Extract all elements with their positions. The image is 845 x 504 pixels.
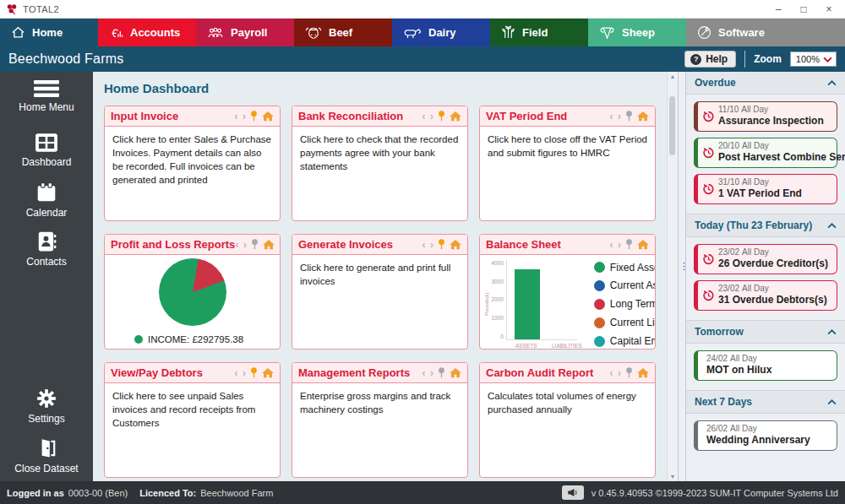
close-icon[interactable]: × xyxy=(816,1,842,18)
sidebar-item-dashboard[interactable]: Dashboard xyxy=(22,133,72,168)
card-bank-reconciliation[interactable]: Bank Reconciliation ‹› Click here to che… xyxy=(292,106,468,221)
chevron-left-icon[interactable]: ‹ xyxy=(234,367,237,378)
event-item[interactable]: 31/10All Day 1 VAT Period End xyxy=(694,174,837,204)
logged-in-label: Logged in as xyxy=(7,488,64,498)
chevron-right-icon[interactable]: › xyxy=(618,367,621,378)
licenced-label: Licenced To: xyxy=(139,488,196,498)
next-7-days-items: 26/02All Day Wedding Anniversary xyxy=(686,414,845,460)
maximize-icon[interactable]: □ xyxy=(791,1,816,18)
scrollbar-track[interactable] xyxy=(668,79,678,474)
event-item[interactable]: 11/10All Day Assurance Inspection xyxy=(694,101,837,132)
sidebar-item-calendar[interactable]: Calendar xyxy=(26,182,68,219)
home-shortcut-icon[interactable] xyxy=(637,111,649,122)
announcements-button[interactable] xyxy=(562,485,584,500)
main-scrollbar[interactable]: ▲ ▼ xyxy=(667,72,678,481)
tab-beef[interactable]: Beef xyxy=(294,19,392,46)
section-header-overdue[interactable]: Overdue xyxy=(686,72,845,95)
chevron-left-icon[interactable]: ‹ xyxy=(422,111,425,122)
sidebar-item-contacts[interactable]: Contacts xyxy=(26,230,66,268)
event-item[interactable]: 26/02All Day Wedding Anniversary xyxy=(694,420,837,451)
section-title: Overdue xyxy=(695,77,827,89)
card-generate-invoices[interactable]: Generate Invoices ‹› Click here to gener… xyxy=(292,234,468,350)
chevron-left-icon[interactable]: ‹ xyxy=(235,239,238,250)
card-body-text: Click here to see unpaid Sales invoices … xyxy=(105,383,280,477)
section-header-tomorrow[interactable]: Tomorrow xyxy=(686,320,845,344)
tab-accounts[interactable]: Accounts xyxy=(98,19,196,46)
tab-payroll[interactable]: Payroll xyxy=(196,19,294,46)
chevron-right-icon[interactable]: › xyxy=(430,367,433,378)
pin-icon[interactable] xyxy=(625,367,633,378)
minimize-icon[interactable]: – xyxy=(766,1,791,18)
section-title: Today (Thu 23 February) xyxy=(695,219,827,231)
zoom-select[interactable]: 100% xyxy=(790,51,837,67)
home-shortcut-icon[interactable] xyxy=(637,240,649,250)
section-title: Tomorrow xyxy=(695,326,827,338)
farm-name: Beechwood Farms xyxy=(8,51,123,67)
pin-icon[interactable] xyxy=(438,111,445,122)
chevron-left-icon[interactable]: ‹ xyxy=(609,111,613,122)
pin-icon[interactable] xyxy=(250,367,258,378)
home-shortcut-icon[interactable] xyxy=(450,368,461,378)
chevron-right-icon[interactable]: › xyxy=(430,239,433,250)
tab-field[interactable]: Field xyxy=(490,19,588,46)
sidebar-item-settings[interactable]: Settings xyxy=(28,387,64,425)
pin-icon[interactable] xyxy=(625,111,633,122)
legend-label: Capital Employed xyxy=(610,334,656,349)
home-shortcut-icon[interactable] xyxy=(450,240,461,250)
event-item[interactable]: 23/02All Day 26 Overdue Creditor(s) xyxy=(694,244,837,274)
scroll-up-icon[interactable]: ▲ xyxy=(670,73,676,79)
section-header-today[interactable]: Today (Thu 23 February) xyxy=(686,214,845,237)
card-vat-period-end[interactable]: VAT Period End ‹› Click here to close of… xyxy=(479,106,656,221)
section-header-next-7-days[interactable]: Next 7 Days xyxy=(686,390,845,414)
pin-icon[interactable] xyxy=(251,239,259,250)
tab-sheep[interactable]: Sheep xyxy=(588,19,686,46)
scroll-down-icon[interactable]: ▼ xyxy=(670,474,676,480)
home-shortcut-icon[interactable] xyxy=(637,368,649,378)
home-shortcut-icon[interactable] xyxy=(262,111,274,122)
tab-home[interactable]: Home xyxy=(0,19,98,46)
card-title: Management Reports xyxy=(298,366,422,379)
tab-dairy[interactable]: Dairy xyxy=(392,19,490,46)
sidebar-item-home-menu[interactable]: Home Menu xyxy=(19,79,74,113)
home-shortcut-icon[interactable] xyxy=(263,240,275,250)
chevron-right-icon[interactable]: › xyxy=(618,111,621,122)
scrollbar-thumb[interactable] xyxy=(669,96,675,155)
pin-icon[interactable] xyxy=(625,239,633,250)
licenced-value: Beechwood Farm xyxy=(200,488,273,498)
pin-icon[interactable] xyxy=(438,239,445,250)
chevron-left-icon[interactable]: ‹ xyxy=(422,367,425,378)
sidebar-item-close-dataset[interactable]: Close Dataset xyxy=(14,437,78,474)
event-item[interactable]: 20/10All Day Post Harvest Combine Servic… xyxy=(694,138,837,168)
chevron-up-icon[interactable] xyxy=(827,80,837,86)
event-item[interactable]: 23/02All Day 31 Overdue Debtors(s) xyxy=(694,280,837,311)
chevron-right-icon[interactable]: › xyxy=(618,239,621,250)
card-view-pay-debtors[interactable]: View/Pay Debtors ‹› Click here to see un… xyxy=(104,362,281,478)
chevron-right-icon[interactable]: › xyxy=(430,111,433,122)
legend-dot xyxy=(594,262,605,273)
card-carbon-audit[interactable]: Carbon Audit Report ‹› Calculates total … xyxy=(479,362,656,478)
chevron-left-icon[interactable]: ‹ xyxy=(422,239,425,250)
card-input-invoice[interactable]: Input Invoice ‹› Click here to enter Sal… xyxy=(104,106,281,221)
card-profit-loss[interactable]: Profit and Loss Reports ‹› INCOME: £2927… xyxy=(104,234,281,350)
chevron-right-icon[interactable]: › xyxy=(243,367,246,378)
home-shortcut-icon[interactable] xyxy=(450,111,461,122)
event-date: 20/10All Day xyxy=(718,141,831,150)
chevron-left-icon[interactable]: ‹ xyxy=(234,111,237,122)
chevron-up-icon[interactable] xyxy=(827,329,837,335)
event-item[interactable]: 24/02All Day MOT on Hilux xyxy=(694,350,837,381)
home-shortcut-icon[interactable] xyxy=(262,368,274,378)
card-management-reports[interactable]: Management Reports ‹› Enterprise gross m… xyxy=(292,362,468,478)
chevron-left-icon[interactable]: ‹ xyxy=(609,239,613,250)
help-button[interactable]: ? Help xyxy=(684,51,736,68)
chevron-left-icon[interactable]: ‹ xyxy=(609,367,613,378)
card-header: Generate Invoices ‹› xyxy=(292,235,467,255)
sidebar-drag-handle-icon[interactable]: ⋮ xyxy=(679,264,684,268)
card-balance-sheet[interactable]: Balance Sheet ‹› Pounds(£) 4000 3000 200… xyxy=(479,234,656,350)
pin-icon[interactable] xyxy=(438,367,445,378)
pin-icon[interactable] xyxy=(250,111,258,122)
chevron-up-icon[interactable] xyxy=(827,223,837,229)
chevron-right-icon[interactable]: › xyxy=(243,111,246,122)
tab-software[interactable]: Software xyxy=(686,19,845,46)
chevron-right-icon[interactable]: › xyxy=(243,239,247,250)
chevron-up-icon[interactable] xyxy=(827,399,837,405)
